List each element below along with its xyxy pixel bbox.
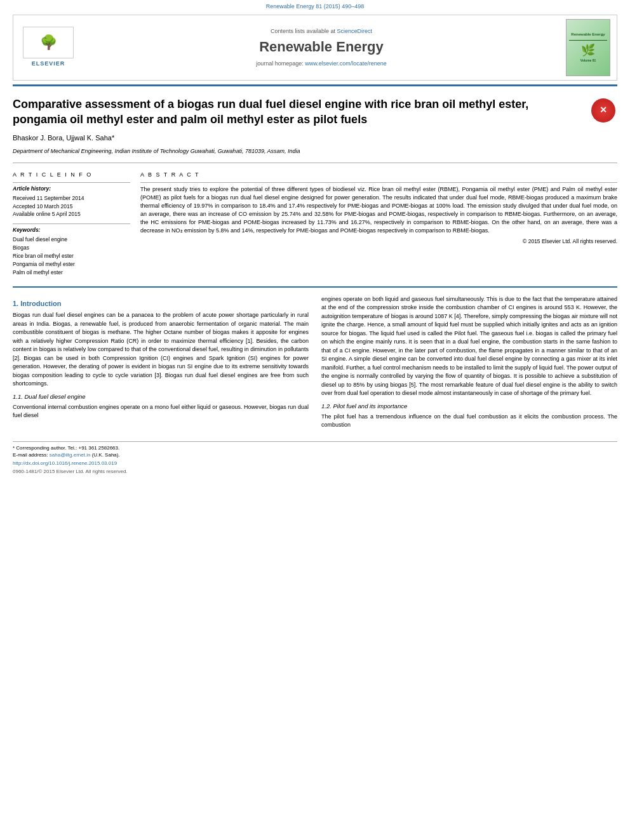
sciencedirect-line: Contents lists available at ScienceDirec…	[83, 27, 560, 36]
body-divider	[13, 286, 617, 288]
copyright-text: © 2015 Elsevier Ltd. All rights reserved…	[140, 237, 617, 245]
article-history-box: Article history: Received 11 September 2…	[13, 182, 130, 219]
email-link[interactable]: saha@iitg.ernet.in	[50, 452, 91, 458]
journal-cover: Renewable Energy 🌿 Volume 81	[566, 19, 610, 76]
subsection-11-para: Conventional internal combustion engines…	[13, 403, 309, 420]
journal-header: 🌳 ELSEVIER Contents lists available at S…	[13, 15, 617, 81]
sciencedirect-link[interactable]: ScienceDirect	[337, 28, 373, 34]
elsevier-label: ELSEVIER	[32, 60, 65, 68]
divider-1	[13, 163, 617, 163]
subsection-11-title: 1.1. Dual fuel diesel engine	[13, 392, 309, 401]
abstract-header: A B S T R A C T	[140, 171, 617, 179]
footnotes: * Corresponding author. Tel.: +91 361 25…	[13, 441, 617, 475]
article-info-header: A R T I C L E I N F O	[13, 171, 130, 179]
intro-right-para-1: engines operate on both liquid and gaseo…	[321, 295, 617, 398]
affiliation: Department of Mechanical Engineering, In…	[0, 146, 630, 161]
keyword-1: Dual fuel diesel engine	[13, 236, 130, 244]
article-info-abstract: A R T I C L E I N F O Article history: R…	[0, 166, 630, 283]
body-section: 1. Introduction Biogas run dual fuel die…	[0, 291, 630, 437]
header-divider	[13, 84, 617, 86]
article-info-col: A R T I C L E I N F O Article history: R…	[13, 171, 130, 277]
body-left-col: 1. Introduction Biogas run dual fuel die…	[13, 295, 309, 434]
abstract-col: A B S T R A C T The present study tries …	[140, 171, 617, 277]
doi-link[interactable]: http://dx.doi.org/10.1016/j.renene.2015.…	[13, 460, 117, 466]
crossmark-icon: ✕	[591, 98, 615, 123]
article-title: Comparative assessment of a biogas run d…	[13, 97, 582, 128]
footnote-corresponding: * Corresponding author. Tel.: +91 361 25…	[13, 444, 617, 451]
received-date: Received 11 September 2014	[13, 195, 130, 203]
authors: Bhaskor J. Bora, Ujjwal K. Saha*	[0, 131, 630, 145]
journal-title: Renewable Energy	[83, 37, 560, 57]
accepted-date: Accepted 10 March 2015	[13, 203, 130, 211]
journal-reference: Renewable Energy 81 (2015) 490–498	[0, 0, 630, 12]
history-label: Article history:	[13, 185, 130, 193]
tree-icon: 🌳	[40, 36, 57, 50]
keyword-3: Rice bran oil methyl ester	[13, 253, 130, 260]
keyword-4: Pongamia oil methyl ester	[13, 261, 130, 269]
available-date: Available online 5 April 2015	[13, 211, 130, 218]
keyword-5: Palm oil methyl ester	[13, 269, 130, 277]
keywords-box: Keywords: Dual fuel diesel engine Biogas…	[13, 223, 130, 276]
article-title-section: Comparative assessment of a biogas run d…	[0, 90, 630, 131]
abstract-text: The present study tries to explore the p…	[140, 185, 617, 246]
subsection-12-para: The pilot fuel has a tremendous influenc…	[321, 413, 617, 430]
keywords-label: Keywords:	[13, 227, 130, 234]
subsection-12-title: 1.2. Pilot fuel and its importance	[321, 402, 617, 410]
intro-paragraph-1: Biogas run dual fuel diesel engines can …	[13, 311, 309, 389]
doi-line: http://dx.doi.org/10.1016/j.renene.2015.…	[13, 460, 617, 467]
footnote-email: E-mail address: saha@iitg.ernet.in (U.K.…	[13, 451, 617, 458]
body-right-col: engines operate on both liquid and gaseo…	[321, 295, 617, 434]
crossmark-badge: ✕	[589, 97, 617, 125]
elsevier-logo: 🌳 ELSEVIER	[20, 27, 77, 68]
keyword-2: Biogas	[13, 244, 130, 252]
header-center: Contents lists available at ScienceDirec…	[83, 27, 560, 68]
section-1-title: 1. Introduction	[13, 299, 309, 309]
homepage-line: journal homepage: www.elsevier.com/locat…	[83, 60, 560, 68]
homepage-link[interactable]: www.elsevier.com/locate/renene	[305, 60, 387, 67]
issn-line: 0960-1481/© 2015 Elsevier Ltd. All right…	[13, 468, 617, 475]
